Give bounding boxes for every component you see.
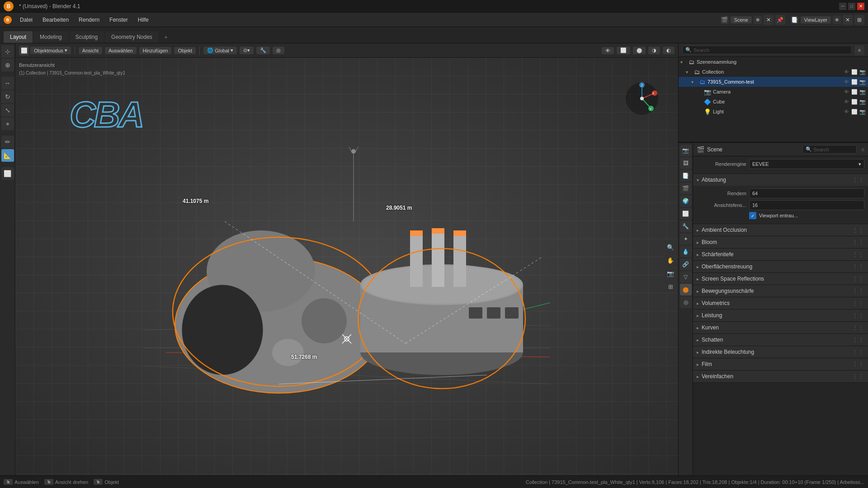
mode-icon[interactable]: ⬜ [19,46,29,56]
section-schatten-header[interactable]: ▸ Schatten ⋮⋮ [693,334,868,346]
73915-render[interactable]: 📷 [859,78,866,85]
tool-measure[interactable]: 📐 [1,149,14,162]
section-volumetrics-header[interactable]: ▸ Volumetrics ⋮⋮ [693,297,868,309]
vp-grid[interactable]: ⊞ [665,281,676,292]
outliner-search-box[interactable]: 🔍 Search [682,46,852,54]
viewport[interactable]: CBA [15,58,678,475]
schatten-dots[interactable]: ⋮⋮ [852,336,864,343]
vp-navigate[interactable]: ✋ [665,254,676,266]
viewport-entrau-checkbox[interactable]: ✓ [749,212,756,219]
tool-rotate[interactable]: ↻ [1,90,14,103]
prop-tab-material[interactable]: ⬤ [680,284,692,296]
menu-datei[interactable]: Datei [15,15,37,25]
abtastung-dots[interactable]: ⋮⋮ [852,176,864,183]
menu-hilfe[interactable]: Hilfe [133,15,153,25]
close-button[interactable]: ✕ [857,3,864,10]
outliner-collection[interactable]: ▾ 🗂 Collection 👁 ⬜ 📷 [679,67,868,77]
prop-tab-world[interactable]: 🌍 [680,195,692,207]
overlay-btn[interactable]: 👁 [602,47,614,54]
film-dots[interactable]: ⋮⋮ [852,361,864,368]
viewlayer-expand[interactable]: ⊞ [854,15,864,25]
renderengine-dropdown[interactable]: EEVEE ▾ [749,159,864,169]
menu-bearbeiten[interactable]: Bearbeiten [38,15,73,25]
section-schaerfentiefe-header[interactable]: ▸ Schärfentiefe ⋮⋮ [693,249,868,260]
73915-select[interactable]: ⬜ [851,78,858,85]
prop-header-search[interactable]: 🔍 Search [802,145,857,154]
outliner-light[interactable]: 💡 Light 👁 ⬜ 📷 [679,107,868,117]
scene-options[interactable]: ⊕ [754,16,762,24]
tab-geometry-nodes[interactable]: Geometry Nodes [105,31,159,43]
scene-icon[interactable]: 🎬 [721,16,729,24]
section-ao-header[interactable]: ▸ Ambient Occlusion ⋮⋮ [693,224,868,236]
prop-tab-particles[interactable]: ✦ [680,233,692,245]
light-hide[interactable]: 👁 [843,108,850,115]
vp-camera[interactable]: 📷 [665,267,676,279]
volumetrics-dots[interactable]: ⋮⋮ [852,300,864,307]
tab-add[interactable]: ＋ [160,32,172,43]
prop-tab-data[interactable]: ▽ [680,271,692,283]
light-render[interactable]: 📷 [859,108,866,115]
vp-zoom-in[interactable]: 🔍 [665,241,676,253]
header-select[interactable]: Auswählen [105,47,137,54]
proportional-btn[interactable]: ◎ [273,47,284,54]
outliner-filter-btn[interactable]: ≡ [854,45,864,55]
section-indirekte-header[interactable]: ▸ Indirekte Beleuchtung ⋮⋮ [693,346,868,358]
outliner-cube[interactable]: 🔷 Cube 👁 ⬜ 📷 [679,97,868,107]
cube-select[interactable]: ⬜ [851,98,858,105]
light-select[interactable]: ⬜ [851,108,858,115]
scene-pin[interactable]: 📌 [775,15,785,25]
kurven-dots[interactable]: ⋮⋮ [852,324,864,331]
section-film-header[interactable]: ▸ Film ⋮⋮ [693,358,868,370]
prop-tab-render[interactable]: 📷 [680,145,692,156]
prop-header-filter[interactable]: ≡ [861,146,864,153]
prop-tab-constraints[interactable]: 🔗 [680,258,692,270]
viewlayer-add[interactable]: ⊕ [833,16,841,24]
xray-btn[interactable]: ⬜ [617,47,630,54]
section-leistung-header[interactable]: ▸ Leistung ⋮⋮ [693,310,868,321]
tool-cursor[interactable]: ⊕ [1,59,14,71]
menu-fenster[interactable]: Fenster [105,15,132,25]
camera-render[interactable]: 📷 [859,88,866,95]
collection-render[interactable]: 📷 [859,68,866,75]
section-vereinfachen-header[interactable]: ▸ Vereinfachen ⋮⋮ [693,371,868,382]
tab-modeling[interactable]: Modeling [33,31,68,43]
tool-move[interactable]: ↔ [1,77,14,89]
scene-close[interactable]: ✕ [764,15,774,25]
section-ssr-header[interactable]: ▸ Screen Space Reflections ⋮⋮ [693,273,868,285]
material-btn[interactable]: ◑ [648,47,660,54]
bloom-dots[interactable]: ⋮⋮ [852,239,864,246]
viewlayer-close[interactable]: ✕ [843,15,853,25]
prop-tab-output[interactable]: 🖼 [680,157,692,169]
solid-btn[interactable]: ⬤ [633,47,646,54]
leistung-dots[interactable]: ⋮⋮ [852,312,864,319]
section-bewegungsunschaerfe-header[interactable]: ▸ Bewegungsunschärfe ⋮⋮ [693,285,868,297]
prop-tab-modifiers[interactable]: 🔧 [680,221,692,232]
viewlayer-selector[interactable]: ViewLayer [801,16,831,23]
tool-select[interactable]: ⊹ [1,45,14,58]
camera-select[interactable]: ⬜ [851,88,858,95]
outliner-camera[interactable]: 📷 Camera 👁 ⬜ 📷 [679,87,868,97]
73915-hide[interactable]: 👁 [843,78,850,85]
ssr-dots[interactable]: ⋮⋮ [852,275,864,282]
tool-add[interactable]: ⬜ [1,167,14,180]
schaerfentiefe-dots[interactable]: ⋮⋮ [852,251,864,258]
rendern-value[interactable]: 64 [749,188,864,198]
section-oberflaechenstreuung-header[interactable]: ▸ Oberflächenstreuung ⋮⋮ [693,261,868,272]
cube-hide[interactable]: 👁 [843,98,850,105]
section-kurven-header[interactable]: ▸ Kurven ⋮⋮ [693,322,868,333]
header-object[interactable]: Objekt [174,47,196,54]
bewegungsunschaerfe-dots[interactable]: ⋮⋮ [852,287,864,295]
camera-hide[interactable]: 👁 [843,88,850,95]
rendered-btn[interactable]: ◐ [663,47,675,54]
oberflaechenstreuung-dots[interactable]: ⋮⋮ [852,263,864,270]
minimize-button[interactable]: ─ [839,3,846,10]
prop-tab-physics[interactable]: 💧 [680,246,692,258]
tool-annotate[interactable]: ✏ [1,136,14,148]
collection-select[interactable]: ⬜ [851,68,858,75]
section-bloom-header[interactable]: ▸ Bloom ⋮⋮ [693,236,868,248]
scene-selector[interactable]: Scene [731,16,752,23]
viewlayer-icon[interactable]: 📑 [791,16,799,24]
outliner-szenensammlung[interactable]: ▾ 🗂 Szenensammlung [679,57,868,67]
prop-tab-object[interactable]: ⬜ [680,208,692,220]
pivot-dropdown[interactable]: ⊙▾ [240,47,254,54]
